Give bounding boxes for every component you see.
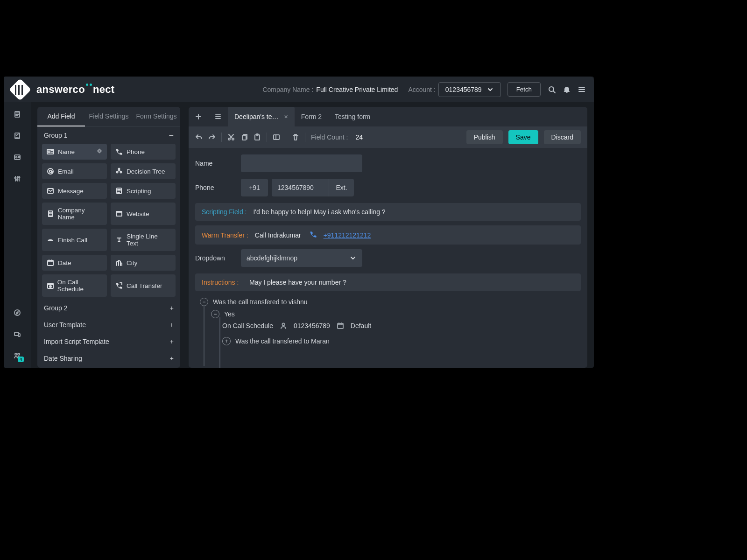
plus-icon: + bbox=[170, 338, 174, 345]
plus-icon: + bbox=[170, 304, 174, 312]
field-chip-single-line[interactable]: Single Line Text bbox=[111, 229, 176, 251]
tree-node-yes[interactable]: − Yes bbox=[211, 308, 581, 320]
chevron-down-icon bbox=[486, 86, 494, 93]
section-import-script[interactable]: Import Script Template + bbox=[37, 333, 180, 350]
expand-node-icon[interactable]: + bbox=[222, 337, 231, 345]
field-chip-transfer[interactable]: Call Transfer bbox=[111, 274, 176, 297]
tab-field-settings[interactable]: Field Settings bbox=[85, 107, 133, 126]
brand-wordmark: answerco nect bbox=[36, 84, 114, 96]
tab-form-settings[interactable]: Form Settings bbox=[133, 107, 180, 126]
paste-icon[interactable] bbox=[254, 133, 261, 141]
svg-rect-2 bbox=[15, 133, 20, 139]
field-chip-schedule[interactable]: On Call Schedule bbox=[42, 274, 107, 297]
dropdown-label: Dropdown bbox=[195, 254, 241, 262]
transfer-icon bbox=[115, 282, 123, 289]
undo-icon[interactable] bbox=[195, 133, 203, 141]
field-chip-message[interactable]: Message bbox=[42, 183, 107, 199]
chevron-down-icon bbox=[349, 254, 357, 262]
field-panel-tabs: Add Field Field Settings Form Settings bbox=[37, 107, 180, 127]
collapse-node-icon[interactable]: − bbox=[211, 310, 219, 318]
field-chip-company[interactable]: Company Name bbox=[42, 203, 107, 225]
chip-label: Website bbox=[127, 210, 149, 217]
brand-text-b: nect bbox=[93, 84, 114, 96]
doc-tab-label: Form 2 bbox=[301, 113, 322, 120]
redo-icon[interactable] bbox=[208, 133, 216, 141]
rail-item-people[interactable]: 4 bbox=[14, 352, 21, 359]
chip-label: Decision Tree bbox=[127, 168, 165, 175]
tree-schedule-default: Default bbox=[351, 322, 371, 329]
doc-tab[interactable]: Form 2 bbox=[295, 107, 328, 126]
scripting-strip[interactable]: Scripting Field : I'd be happy to help! … bbox=[195, 203, 581, 221]
search-icon[interactable] bbox=[548, 86, 556, 93]
group-1-header[interactable]: Group 1 − bbox=[37, 127, 180, 144]
svg-point-11 bbox=[15, 353, 17, 355]
section-delivery-group[interactable]: Delivery Group + bbox=[37, 367, 180, 368]
tree-node-schedule[interactable]: On Call Schedule 0123456789 Default bbox=[222, 320, 581, 331]
rail-item-doc[interactable] bbox=[14, 111, 21, 118]
menu-icon[interactable] bbox=[578, 86, 585, 93]
warm-transfer-strip[interactable]: Warm Transfer : Call Indrakumar +9112121… bbox=[195, 225, 581, 245]
field-chip-name[interactable]: Name bbox=[42, 144, 107, 160]
publish-button[interactable]: Publish bbox=[466, 130, 503, 144]
field-chip-finish[interactable]: Finish Call bbox=[42, 229, 107, 251]
account-select[interactable]: 0123456789 bbox=[438, 82, 501, 97]
cut-icon[interactable] bbox=[227, 133, 235, 141]
bell-icon[interactable] bbox=[563, 86, 571, 93]
name-input[interactable] bbox=[241, 154, 362, 172]
tab-add-field[interactable]: Add Field bbox=[37, 107, 85, 126]
tree-node-q1[interactable]: − Was the call transfered to vishnu bbox=[200, 296, 581, 308]
field-chip-website[interactable]: Website bbox=[111, 203, 176, 225]
phone-number-input[interactable]: 1234567890 Ext. bbox=[272, 179, 354, 196]
dropdown-value: abcdefghijklmnop bbox=[247, 254, 297, 262]
layout-icon[interactable] bbox=[273, 133, 280, 141]
save-button[interactable]: Save bbox=[508, 130, 538, 144]
field-chip-decision[interactable]: Decision Tree bbox=[111, 163, 176, 179]
svg-point-14 bbox=[48, 151, 50, 153]
field-chip-scripting[interactable]: Scripting bbox=[111, 183, 176, 199]
fetch-button[interactable]: Fetch bbox=[507, 82, 541, 97]
warm-link[interactable]: +911212121212 bbox=[324, 231, 371, 239]
copy-icon[interactable] bbox=[240, 133, 248, 141]
field-chip-phone[interactable]: Phone bbox=[111, 144, 176, 160]
discard-button[interactable]: Discard bbox=[544, 130, 581, 144]
section-user-template[interactable]: User Template + bbox=[37, 316, 180, 333]
trash-icon[interactable] bbox=[292, 133, 299, 141]
hangup-icon bbox=[47, 236, 54, 244]
doc-tab-active[interactable]: Deelipan's te… × bbox=[228, 107, 295, 126]
dropdown-select[interactable]: abcdefghijklmnop bbox=[241, 249, 362, 267]
field-count-value: 24 bbox=[355, 133, 363, 141]
instructions-strip[interactable]: Instructions : May I please have your nu… bbox=[195, 273, 581, 291]
section-date-sharing[interactable]: Date Sharing + bbox=[37, 350, 180, 367]
section-group-2[interactable]: Group 2 + bbox=[37, 300, 180, 316]
rail-item-contact[interactable] bbox=[14, 154, 21, 161]
phone-icon bbox=[115, 148, 123, 155]
rail-item-compass[interactable] bbox=[14, 309, 21, 316]
envelope-icon bbox=[47, 187, 54, 195]
tree-q2-text: Was the call transfered to Maran bbox=[235, 337, 330, 345]
rail-item-devices[interactable] bbox=[14, 330, 21, 338]
close-icon[interactable]: × bbox=[284, 113, 288, 120]
rail-badge: 4 bbox=[18, 357, 24, 362]
phone-cc-input[interactable]: +91 bbox=[241, 179, 268, 196]
plus-icon: + bbox=[170, 355, 174, 362]
rail-item-checklist[interactable] bbox=[14, 132, 21, 140]
section-label: Date Sharing bbox=[44, 355, 82, 362]
body: 4 Add Field Field Settings Form Settings… bbox=[4, 102, 594, 368]
brand-dots-icon bbox=[86, 84, 92, 86]
instructions-key: Instructions : bbox=[202, 279, 243, 286]
field-panel: Add Field Field Settings Form Settings G… bbox=[37, 107, 180, 368]
field-chip-email[interactable]: Email bbox=[42, 163, 107, 179]
tree-node-q2[interactable]: + Was the call transfered to Maran bbox=[222, 335, 581, 347]
logo-icon bbox=[9, 78, 31, 100]
field-chip-date[interactable]: Date bbox=[42, 255, 107, 271]
tab-list-button[interactable] bbox=[208, 113, 228, 120]
rail-item-sliders[interactable] bbox=[14, 175, 21, 182]
drag-handle-icon bbox=[96, 147, 103, 156]
add-tab-button[interactable] bbox=[189, 113, 208, 120]
field-chip-city[interactable]: City bbox=[111, 255, 176, 271]
id-card-icon bbox=[47, 148, 54, 155]
city-icon bbox=[115, 259, 123, 266]
warm-value: Call Indrakumar bbox=[255, 231, 301, 239]
svg-rect-23 bbox=[116, 211, 122, 216]
doc-tab[interactable]: Testing form bbox=[328, 107, 377, 126]
